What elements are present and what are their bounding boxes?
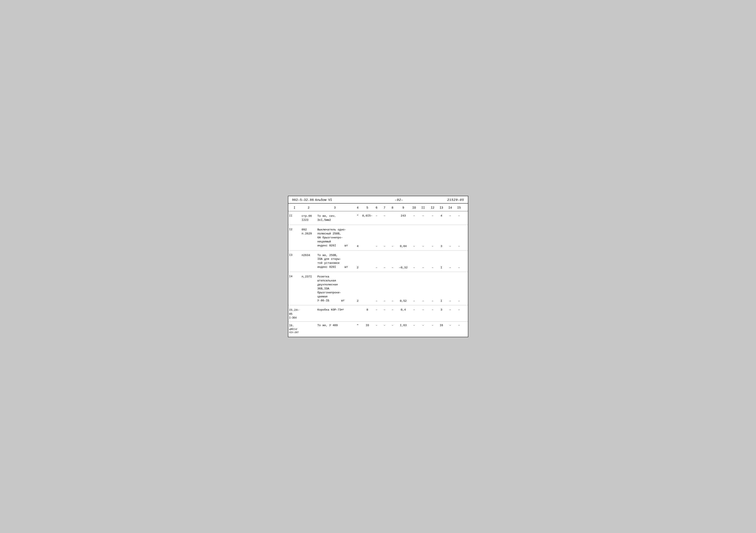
row-I6-c1: I6. цМЁIчУ пIУ–207 bbox=[288, 323, 301, 335]
row-I2-c15: – bbox=[455, 227, 464, 249]
row-I6-c11: – bbox=[418, 323, 428, 335]
table-row: I2 092 п.2629 Выключатель одно- полюсный… bbox=[288, 225, 468, 250]
row-I5-c8: – bbox=[389, 307, 396, 321]
row-II-c15: – bbox=[455, 213, 464, 223]
row-I5-c12: – bbox=[428, 307, 437, 321]
row-I6-c14: – bbox=[446, 323, 455, 335]
row-I6-c15: – bbox=[455, 323, 464, 335]
table-body: II стр.66 I223 То же, сеч. 3хI,5мм2 " 0,… bbox=[288, 211, 468, 336]
col-header-9: 9 bbox=[396, 205, 410, 210]
row-I2-c12: – bbox=[428, 227, 437, 249]
row-II-c8 bbox=[389, 213, 396, 223]
col-header-8: 8 bbox=[389, 205, 396, 210]
row-I5-c3: Коробка КОР-73шт bbox=[317, 307, 353, 321]
col-header-6: 6 bbox=[373, 205, 381, 210]
row-II-c3: То же, сеч. 3хI,5мм2 bbox=[317, 213, 353, 223]
row-I4-c2: п,237I bbox=[301, 274, 317, 304]
row-I4-c5 bbox=[362, 274, 373, 304]
row-I3-c8: – bbox=[389, 252, 396, 270]
row-I2-c14: – bbox=[446, 227, 455, 249]
row-II-c1: II bbox=[288, 213, 301, 223]
row-I6-c10: – bbox=[410, 323, 418, 335]
header-code: 902–5–32.86 bbox=[292, 198, 315, 202]
row-II-c4: " bbox=[353, 213, 362, 223]
row-I3-c6: – bbox=[373, 252, 381, 270]
row-I6-c13: I6 bbox=[437, 323, 446, 335]
row-I3-c13: I bbox=[437, 252, 446, 270]
col-header-13: I3 bbox=[437, 205, 446, 210]
header-doc-number: 21529–05 bbox=[441, 198, 464, 202]
col-header-11: II bbox=[418, 205, 428, 210]
row-I2-c5 bbox=[362, 227, 373, 249]
table-row: I5.24–05 I–364 Коробка КОР-73шт 8 – – – … bbox=[288, 305, 468, 322]
row-I3-c3: То же, 250В, IОА для откры- той установк… bbox=[317, 252, 353, 270]
row-II-c6: – bbox=[373, 213, 381, 223]
row-I3-c5 bbox=[362, 252, 373, 270]
col-header-1: I bbox=[288, 205, 301, 210]
row-I5-c15: – bbox=[455, 307, 464, 321]
row-I2-c10: – bbox=[410, 227, 418, 249]
col-header-4: 4 bbox=[353, 205, 362, 210]
row-I6-c5: IO bbox=[362, 323, 373, 335]
row-I5-c7: – bbox=[381, 307, 389, 321]
row-I3-c10: – bbox=[410, 252, 418, 270]
row-I3-c1: I3 bbox=[288, 252, 301, 270]
row-I2-c1: I2 bbox=[288, 227, 301, 249]
row-I4-c1: I4 bbox=[288, 274, 301, 304]
row-I4-c10: – bbox=[410, 274, 418, 304]
row-I3-c9: –0,32 bbox=[396, 252, 410, 270]
row-I5-c11: – bbox=[418, 307, 428, 321]
row-I5-c2 bbox=[301, 307, 317, 321]
row-II-c10: – bbox=[410, 213, 418, 223]
row-I2-c2: 092 п.2629 bbox=[301, 227, 317, 249]
row-I6-c12: – bbox=[428, 323, 437, 335]
row-I5-c1: I5.24–05 I–364 bbox=[288, 307, 301, 321]
row-II-c9: 243 bbox=[396, 213, 410, 223]
row-I4-c15: – bbox=[455, 274, 464, 304]
row-I4-c11: – bbox=[418, 274, 428, 304]
row-I2-c8: – bbox=[389, 227, 396, 249]
row-I2-c11: – bbox=[418, 227, 428, 249]
row-I4-c4: 2 bbox=[353, 274, 362, 304]
row-I2-c13: 3 bbox=[437, 227, 446, 249]
row-I3-c15: – bbox=[455, 252, 464, 270]
col-header-3: 3 bbox=[317, 205, 353, 210]
row-I5-c14: – bbox=[446, 307, 455, 321]
row-I2-c9: 0,84 bbox=[396, 227, 410, 249]
row-I2-c3: Выключатель одно- полюсный 250В, 6А брыз… bbox=[317, 227, 353, 249]
row-II-c5: 0,0I5– bbox=[362, 213, 373, 223]
row-I3-c14: – bbox=[446, 252, 455, 270]
row-I4-c3: Розетка штепсельная двухполюсная 36В,IОА… bbox=[317, 274, 353, 304]
row-I4-c14: – bbox=[446, 274, 455, 304]
col-header-7: 7 bbox=[381, 205, 389, 210]
table-row: II стр.66 I223 То же, сеч. 3хI,5мм2 " 0,… bbox=[288, 211, 468, 225]
row-I4-c12: – bbox=[428, 274, 437, 304]
row-I2-c6: – bbox=[373, 227, 381, 249]
row-II-c13: 4 bbox=[437, 213, 446, 223]
col-header-5: 5 bbox=[362, 205, 373, 210]
col-header-14: I4 bbox=[446, 205, 455, 210]
row-I2-c4: 4 bbox=[353, 227, 362, 249]
row-I2-c7: – bbox=[381, 227, 389, 249]
row-I4-c13: I bbox=[437, 274, 446, 304]
row-I3-c7: – bbox=[381, 252, 389, 270]
row-I6-c9: I,63 bbox=[396, 323, 410, 335]
row-I4-c8: – bbox=[389, 274, 396, 304]
row-I5-c5: 8 bbox=[362, 307, 373, 321]
column-headers: I 2 3 4 5 6 7 8 9 IO II I2 I3 I4 I5 bbox=[288, 203, 468, 211]
row-I4-c9: 0,52 bbox=[396, 274, 410, 304]
header: 902–5–32.86 Альбом VI –92– 21529–05 bbox=[288, 196, 468, 203]
row-I5-c9: 0,4 bbox=[396, 307, 410, 321]
row-II-c2: стр.66 I223 bbox=[301, 213, 317, 223]
row-I5-c4 bbox=[353, 307, 362, 321]
row-I6-c4: " bbox=[353, 323, 362, 335]
row-I6-c8: – bbox=[389, 323, 396, 335]
row-I3-c4: 2 bbox=[353, 252, 362, 270]
row-I3-c12: – bbox=[428, 252, 437, 270]
table-row: I3 п2634 То же, 250В, IОА для откры- той… bbox=[288, 251, 468, 272]
row-I5-c6: – bbox=[373, 307, 381, 321]
row-II-c14: – bbox=[446, 213, 455, 223]
document-page: 902–5–32.86 Альбом VI –92– 21529–05 I 2 … bbox=[288, 196, 468, 337]
header-album: Альбом VI bbox=[315, 198, 357, 202]
row-I6-c3: То же, У 409 bbox=[317, 323, 353, 335]
